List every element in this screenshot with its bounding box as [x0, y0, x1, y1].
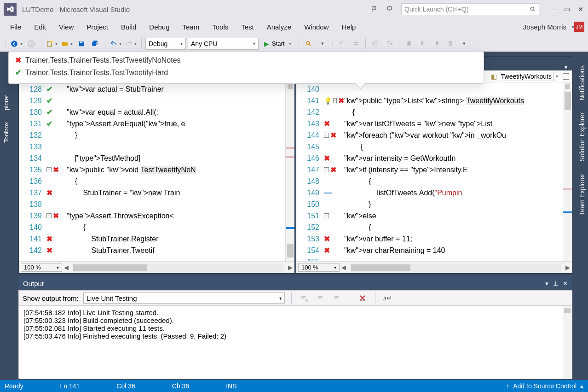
- output-body[interactable]: [07:54:58.182 Info] Live Unit Testing st…: [18, 306, 572, 379]
- scroll-up-icon[interactable]: [288, 84, 293, 89]
- scroll-up-icon[interactable]: [565, 84, 570, 89]
- indent-button: [383, 38, 395, 50]
- zoom-select-left[interactable]: 100 %▾: [21, 263, 62, 272]
- user-avatar[interactable]: JM: [574, 22, 584, 32]
- status-ready: Ready: [5, 382, 23, 390]
- scroll-right-icon[interactable]: ▶: [286, 264, 294, 271]
- clear-bookmarks-button: [444, 38, 456, 50]
- pin-icon[interactable]: ⊥: [553, 280, 558, 287]
- toolbar-grip-icon: ⁞: [5, 40, 6, 47]
- flag-icon[interactable]: [370, 5, 379, 14]
- scroll-right-icon[interactable]: ▶: [564, 264, 572, 271]
- outdent-button: [369, 38, 381, 50]
- user-name[interactable]: Joseph Morris: [523, 23, 566, 31]
- menu-tools[interactable]: Tools: [206, 21, 235, 33]
- output-panel: Output ▾ ⊥ ✕ Show output from: Live Unit…: [18, 276, 572, 379]
- bookmark-button: [403, 38, 415, 50]
- nav-back-button[interactable]: ▾: [9, 38, 23, 50]
- member-select-right[interactable]: TweetifyWorkouts: [499, 72, 554, 81]
- next-message-button[interactable]: [331, 292, 343, 304]
- output-source-select[interactable]: Live Unit Testing▾: [83, 293, 285, 304]
- menu-debug[interactable]: Debug: [143, 21, 176, 33]
- solution-explorer-tab[interactable]: Solution Explorer: [578, 111, 586, 164]
- svg-rect-0: [387, 7, 392, 10]
- pane-dropdown-icon[interactable]: ▾: [565, 64, 567, 70]
- menu-build[interactable]: Build: [115, 21, 143, 33]
- menu-test[interactable]: Test: [235, 21, 260, 33]
- new-project-button[interactable]: ▾: [45, 38, 58, 50]
- fail-icon: ✖: [13, 56, 23, 64]
- scc-caret-icon[interactable]: ▴: [580, 382, 583, 390]
- output-line: [07:55:00.323 Info] Build completed (suc…: [23, 316, 567, 324]
- overflow-button-2[interactable]: ▾: [458, 38, 470, 50]
- editor-foot-left: 100 %▾ ◀ ▶: [19, 261, 294, 273]
- search-icon: [530, 6, 536, 12]
- team-explorer-tab[interactable]: Team Explorer: [578, 172, 586, 217]
- status-ch: Ch 36: [172, 382, 189, 390]
- status-line: Ln 141: [60, 382, 80, 390]
- member-caret-icon[interactable]: ▾: [556, 74, 558, 79]
- clear-output-button[interactable]: [357, 292, 369, 304]
- notifications-tab[interactable]: Notifications: [578, 64, 586, 102]
- play-icon: ▶: [264, 40, 269, 47]
- window-title: LUTDemo - Microsoft Visual Studio: [22, 6, 130, 13]
- panel-close-icon[interactable]: ✕: [563, 280, 568, 287]
- undo-button[interactable]: ▾: [109, 38, 122, 50]
- config-select[interactable]: Debug▾: [145, 38, 186, 50]
- maximize-button[interactable]: ▭: [563, 6, 571, 13]
- scroll-left-icon[interactable]: ◀: [62, 264, 70, 271]
- server-explorer-tab[interactable]: plorer: [3, 93, 10, 112]
- output-vscroll[interactable]: [563, 306, 572, 379]
- code-area-right[interactable]: 1401411421431441451461471481491501511521…: [296, 82, 572, 261]
- menu-help[interactable]: Help: [335, 21, 363, 33]
- save-all-button[interactable]: [89, 38, 101, 50]
- step-into-button: [336, 38, 348, 50]
- menu-view[interactable]: View: [52, 21, 80, 33]
- overflow-button[interactable]: ▾: [317, 38, 329, 50]
- svg-point-3: [28, 41, 35, 47]
- menu-window[interactable]: Window: [298, 21, 335, 33]
- toolbox-tab[interactable]: Toolbox: [3, 120, 10, 145]
- menu-analyze[interactable]: Analyze: [260, 21, 298, 33]
- editor-pane-right: ▾ ◧ TweetifyWorkouts ▾ 14014114214314414…: [296, 56, 572, 274]
- right-tool-tabs: Notifications Solution Explorer Team Exp…: [576, 52, 588, 380]
- save-button[interactable]: [75, 38, 87, 50]
- scroll-left-icon[interactable]: ◀: [340, 264, 348, 271]
- menu-team[interactable]: Team: [176, 21, 206, 33]
- menu-edit[interactable]: Edit: [28, 21, 52, 33]
- step-over-button: [350, 38, 362, 50]
- start-debug-button[interactable]: ▶Start▾: [260, 38, 295, 50]
- quick-launch-input[interactable]: Quick Launch (Ctrl+Q): [401, 3, 539, 15]
- feedback-icon[interactable]: [386, 5, 395, 14]
- menu-file[interactable]: File: [4, 21, 28, 33]
- minimize-button[interactable]: —: [549, 6, 557, 13]
- split-icon[interactable]: [563, 73, 569, 80]
- status-scc[interactable]: Add to Source Control: [513, 382, 576, 390]
- vs-logo-icon: [4, 3, 17, 16]
- output-toolbar: Show output from: Live Unit Testing▾ a↵: [18, 290, 572, 306]
- hscrollbar-right[interactable]: [351, 263, 561, 272]
- word-wrap-button[interactable]: a↵: [382, 292, 394, 304]
- open-file-button[interactable]: ▾: [60, 38, 74, 50]
- close-button[interactable]: ✕: [577, 6, 584, 13]
- prev-message-button[interactable]: [315, 292, 327, 304]
- output-line: [07:54:58.182 Info] Live Unit Testing st…: [23, 309, 567, 316]
- nav-forward-button[interactable]: [25, 38, 37, 50]
- code-area-left[interactable]: 1281291301311321331341351361371381391401…: [19, 82, 294, 261]
- redo-button[interactable]: ▾: [124, 38, 138, 50]
- status-col: Col 36: [116, 382, 135, 390]
- platform-select[interactable]: Any CPU▾: [188, 38, 259, 50]
- test-result-pass[interactable]: ✔ Trainer.Tests.TrainerTests.TestTweetif…: [9, 66, 484, 79]
- find-in-files-button[interactable]: [303, 38, 315, 50]
- toolbar-grip-icon-2: ⁞: [331, 40, 333, 47]
- publish-icon[interactable]: ↑: [506, 382, 509, 390]
- menu-project[interactable]: Project: [80, 21, 115, 33]
- vscrollbar-left[interactable]: [285, 82, 294, 261]
- test-result-fail[interactable]: ✖ Trainer.Tests.TrainerTests.TestTweetif…: [9, 54, 484, 66]
- zoom-select-right[interactable]: 100 %▾: [298, 263, 340, 272]
- panel-dropdown-icon[interactable]: ▾: [545, 280, 548, 287]
- prev-bookmark-button: [417, 38, 429, 50]
- hscrollbar-left[interactable]: [73, 263, 283, 272]
- vscrollbar-right[interactable]: [563, 82, 572, 261]
- goto-message-button[interactable]: [298, 292, 310, 304]
